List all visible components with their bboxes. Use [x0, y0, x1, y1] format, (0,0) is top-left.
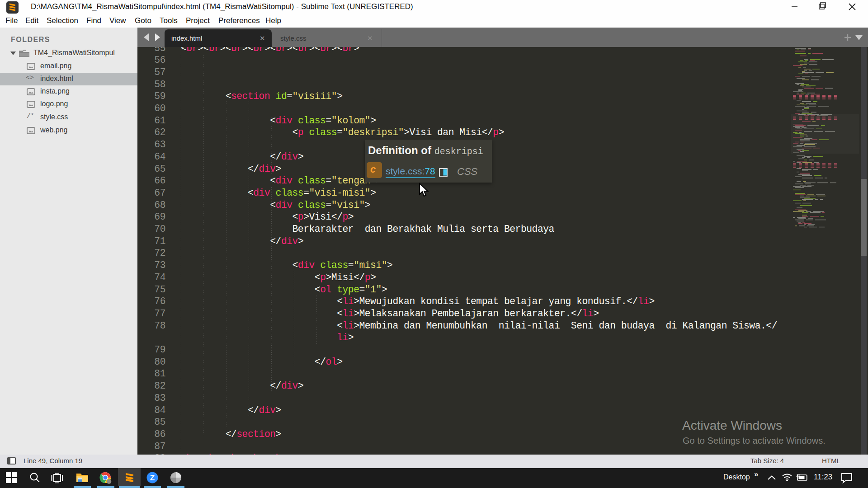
svg-text:Z: Z — [150, 474, 155, 482]
